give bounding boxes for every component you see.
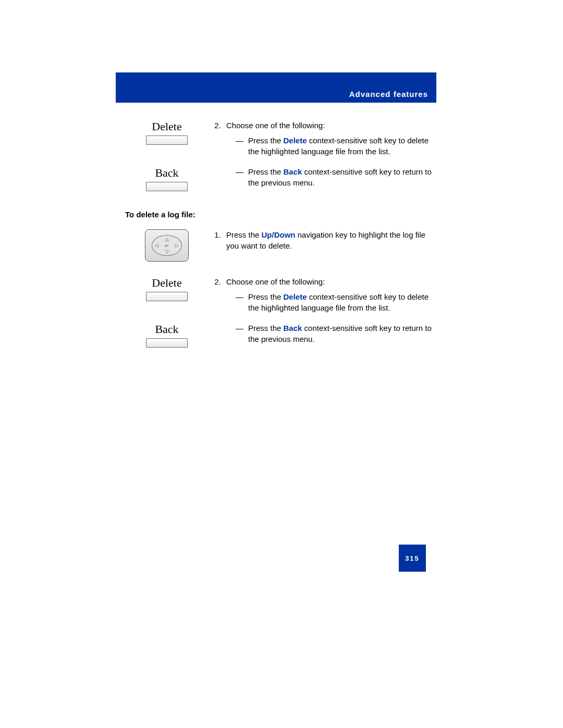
section1-bullet2: Press the Back context-sensitive soft ke… [236, 166, 438, 188]
softkey-back-block-2: Back [125, 323, 209, 350]
softkey-back-label: Back [155, 166, 178, 180]
section1-row2: Back Press the Back context-sensitive so… [125, 166, 438, 193]
header-title: Advanced features [349, 90, 428, 98]
softkey-button-icon [146, 135, 188, 145]
softkey-button-icon [146, 338, 188, 348]
section2-row1: △ ▽ ◁ ▷ ↵ Press the Up/Down navigation k… [125, 229, 438, 262]
text: Press the [248, 324, 284, 332]
section1-bullet1: Press the Delete context-sensitive soft … [236, 135, 438, 157]
bold-text: Delete [284, 136, 307, 145]
text: Press the [226, 230, 262, 239]
softkey-button-icon [146, 292, 188, 301]
section2-text-bottom: Press the Back context-sensitive soft ke… [209, 323, 438, 350]
bold-text: Back [284, 167, 302, 176]
section2-step1: Press the Up/Down navigation key to high… [223, 229, 438, 251]
softkey-back-block: Back [125, 166, 209, 193]
softkey-delete-label-2: Delete [152, 276, 181, 290]
softkey-button-icon [146, 182, 188, 191]
section2-step2-intro: Choose one of the following: [226, 277, 325, 286]
softkey-back-label-2: Back [155, 323, 178, 336]
section1-row1: Delete Choose one of the following: Pres… [125, 120, 438, 162]
section2-step1-text: Press the Up/Down navigation key to high… [209, 229, 438, 262]
section2-step2: Choose one of the following: Press the D… [223, 276, 438, 313]
page-number: 315 [399, 545, 426, 572]
section1-step2: Choose one of the following: Press the D… [223, 120, 438, 157]
section2-row2: Delete Choose one of the following: Pres… [125, 276, 438, 318]
text: Press the [248, 136, 284, 145]
softkey-delete-block-2: Delete [125, 276, 209, 318]
softkey-delete-block: Delete [125, 120, 209, 162]
text: Press the [248, 167, 284, 176]
header-bar: Advanced features [116, 72, 436, 103]
section2-bullet1: Press the Delete context-sensitive soft … [236, 291, 438, 313]
section2-row3: Back Press the Back context-sensitive so… [125, 323, 438, 350]
bold-text: Delete [284, 292, 307, 301]
section1-text-bottom: Press the Back context-sensitive soft ke… [209, 166, 438, 193]
page: Advanced features Delete Choose one of t… [0, 0, 563, 728]
section2-heading: To delete a log file: [125, 210, 438, 219]
nav-key-icon: △ ▽ ◁ ▷ ↵ [145, 229, 189, 262]
content-area: Delete Choose one of the following: Pres… [125, 120, 438, 356]
text: Press the [248, 292, 284, 301]
bold-text: Back [284, 324, 302, 332]
softkey-delete-label: Delete [152, 120, 181, 133]
section1-step2-intro: Choose one of the following: [226, 121, 325, 130]
nav-key-block: △ ▽ ◁ ▷ ↵ [125, 229, 209, 262]
bold-text: Up/Down [262, 230, 296, 239]
section1-text-top: Choose one of the following: Press the D… [209, 120, 438, 162]
section2-bullet2: Press the Back context-sensitive soft ke… [236, 323, 438, 344]
section2-step2-text: Choose one of the following: Press the D… [209, 276, 438, 318]
